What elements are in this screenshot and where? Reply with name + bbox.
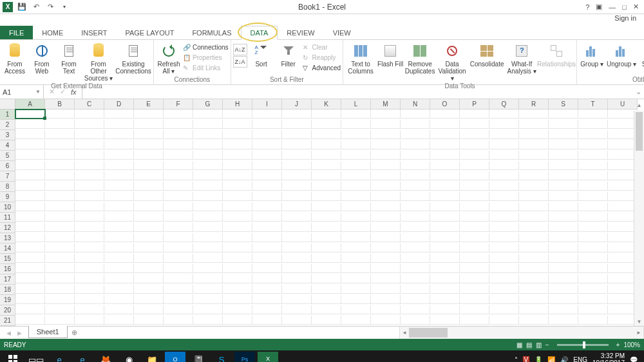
cell[interactable] <box>252 295 282 304</box>
cell[interactable] <box>75 161 104 170</box>
cell[interactable] <box>401 274 430 283</box>
cell[interactable] <box>460 130 489 139</box>
cell[interactable] <box>401 140 430 149</box>
cell[interactable] <box>549 110 578 119</box>
cell[interactable] <box>519 285 549 294</box>
cell[interactable] <box>15 151 45 160</box>
cell[interactable] <box>15 202 45 211</box>
cell[interactable] <box>15 243 45 252</box>
filter-button[interactable]: Filter <box>276 41 301 68</box>
cell[interactable] <box>341 264 371 273</box>
cell[interactable] <box>430 264 460 273</box>
cell[interactable] <box>134 264 164 273</box>
cell[interactable] <box>193 295 223 304</box>
cell[interactable] <box>578 213 608 222</box>
expand-formula-bar-icon[interactable]: ⌄ <box>632 85 644 99</box>
cell[interactable] <box>578 130 608 139</box>
cell[interactable] <box>193 182 223 191</box>
edge-icon[interactable]: e <box>72 352 93 362</box>
cell[interactable] <box>519 274 549 283</box>
cell[interactable] <box>460 140 489 149</box>
ribbon-options-icon[interactable]: ▣ <box>596 3 602 11</box>
cell[interactable] <box>15 254 45 263</box>
cell[interactable] <box>312 243 341 252</box>
cell[interactable] <box>134 285 164 294</box>
cell[interactable] <box>401 223 430 232</box>
photoshop-icon[interactable]: Ps <box>234 352 255 362</box>
cell[interactable] <box>549 171 578 180</box>
cell[interactable] <box>134 254 164 263</box>
cell[interactable] <box>578 305 608 314</box>
cell[interactable] <box>164 171 193 180</box>
cell[interactable] <box>489 202 519 211</box>
cell[interactable] <box>489 140 519 149</box>
cell[interactable] <box>341 140 371 149</box>
edit-links-button[interactable]: ✎Edit Links <box>183 63 229 73</box>
cell[interactable] <box>460 264 489 273</box>
cell[interactable] <box>430 140 460 149</box>
cell[interactable] <box>549 264 578 273</box>
cell[interactable] <box>164 161 193 170</box>
column-header[interactable]: G <box>193 99 223 110</box>
row-header[interactable]: 9 <box>0 192 15 202</box>
tab-formulas[interactable]: FORMULAS <box>183 26 240 39</box>
cell[interactable] <box>430 213 460 222</box>
column-header[interactable]: I <box>252 99 282 110</box>
cell[interactable] <box>430 295 460 304</box>
column-header[interactable]: E <box>134 99 164 110</box>
cell[interactable] <box>549 130 578 139</box>
cell[interactable] <box>430 243 460 252</box>
cell[interactable] <box>489 233 519 242</box>
close-icon[interactable]: ✕ <box>633 3 639 11</box>
cell[interactable] <box>460 151 489 160</box>
cell[interactable] <box>164 130 193 139</box>
cell[interactable] <box>193 151 223 160</box>
cell[interactable] <box>430 274 460 283</box>
cell[interactable] <box>75 316 104 325</box>
cell[interactable] <box>223 171 252 180</box>
cell[interactable] <box>371 161 401 170</box>
cell[interactable] <box>15 110 45 119</box>
cell[interactable] <box>252 110 282 119</box>
cell[interactable] <box>489 223 519 232</box>
cell[interactable] <box>371 254 401 263</box>
cell[interactable] <box>164 316 193 325</box>
row-header[interactable]: 19 <box>0 295 15 305</box>
cell[interactable] <box>371 110 401 119</box>
cell[interactable] <box>252 161 282 170</box>
cell[interactable] <box>549 140 578 149</box>
cell[interactable] <box>401 316 430 325</box>
cell[interactable] <box>430 130 460 139</box>
row-header[interactable]: 6 <box>0 161 15 171</box>
cell[interactable] <box>401 192 430 201</box>
cell[interactable] <box>519 120 549 129</box>
row-header[interactable]: 7 <box>0 171 15 182</box>
cell[interactable] <box>341 110 371 119</box>
cell[interactable] <box>341 285 371 294</box>
cell[interactable] <box>75 130 104 139</box>
reapply-button[interactable]: ↻Reapply <box>303 53 341 62</box>
row-header[interactable]: 3 <box>0 130 15 140</box>
column-header[interactable]: S <box>549 99 578 110</box>
row-header[interactable]: 2 <box>0 120 15 130</box>
cell[interactable] <box>45 274 75 283</box>
cell[interactable] <box>193 243 223 252</box>
cell[interactable] <box>282 182 312 191</box>
cell[interactable] <box>489 285 519 294</box>
cell[interactable] <box>164 223 193 232</box>
save-icon[interactable]: 💾 <box>17 2 27 12</box>
cell[interactable] <box>312 213 341 222</box>
column-header[interactable]: J <box>282 99 312 110</box>
ungroup-button[interactable]: Ungroup ▾ <box>606 41 637 68</box>
cell[interactable] <box>164 120 193 129</box>
cell[interactable] <box>134 120 164 129</box>
cell[interactable] <box>282 151 312 160</box>
cell[interactable] <box>223 120 252 129</box>
redo-icon[interactable]: ↷ <box>45 2 55 12</box>
properties-button[interactable]: 📋Properties <box>183 53 229 62</box>
notes-icon[interactable]: 📓 <box>188 352 209 362</box>
cell[interactable] <box>282 213 312 222</box>
cell[interactable] <box>519 151 549 160</box>
page-break-view-icon[interactable]: ▥ <box>536 341 542 348</box>
cell[interactable] <box>371 295 401 304</box>
